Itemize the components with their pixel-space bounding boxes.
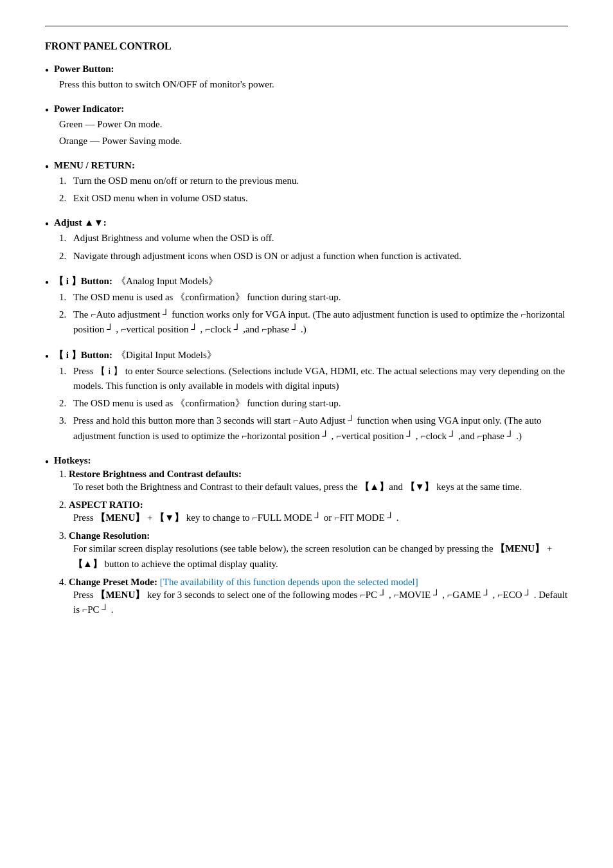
i-button-digital-text-1: Press 【 i 】 to enter Source selections. … [73, 364, 568, 394]
key-menu-bracket-3: 【MENU】 [96, 590, 145, 600]
power-button-text: Press this button to switch ON/OFF of mo… [59, 77, 568, 92]
i-button-digital-text-2: The OSD menu is used as 《confirmation》 f… [73, 396, 568, 411]
i-button-digital-list: 1. Press 【 i 】 to enter Source selection… [59, 364, 568, 444]
menu-return-item-2: 2. Exit OSD menu when in volume OSD stat… [59, 191, 568, 206]
menu-return-item-1: 1. Turn the OSD menu on/off or return to… [59, 174, 568, 188]
hotkeys-item-2-num: 2. [59, 500, 69, 510]
top-divider [45, 26, 568, 26]
section-adjust: ● Adjust ▲▼: 1. Adjust Brightness and vo… [45, 217, 568, 264]
bullet-dot: ● [45, 66, 49, 73]
power-button-content: Press this button to switch ON/OFF of mo… [59, 77, 568, 92]
hotkeys-item-3-title: 3. Change Resolution: [59, 530, 568, 541]
i-button-analog-list: 1. The OSD menu is used as 《confirmation… [59, 290, 568, 338]
hotkeys-resolution-title: Change Resolution: [69, 530, 150, 541]
i-button-digital-sublabel: 《Digital Input Models》 [116, 349, 217, 361]
menu-return-text-1: Turn the OSD menu on/off or return to th… [73, 174, 568, 188]
hotkeys-item-4-title: 4. Change Preset Mode: [The availability… [59, 577, 568, 588]
adjust-label: Adjust ▲▼: [54, 217, 107, 228]
adjust-item-2: 2. Navigate through adjustment icons whe… [59, 249, 568, 264]
hotkeys-aspect-title: ASPECT RATIO: [69, 500, 143, 510]
adjust-list: 1. Adjust Brightness and volume when the… [59, 231, 568, 264]
power-indicator-green: Green — Power On mode. [59, 117, 568, 132]
menu-return-text-2: Exit OSD menu when in volume OSD status. [73, 191, 568, 206]
power-indicator-content: Green — Power On mode. Orange — Power Sa… [59, 117, 568, 149]
hotkeys-item-1-title: 1. Restore Brightness and Contrast defau… [59, 469, 568, 480]
power-button-label: Power Button: [54, 64, 114, 75]
key-menu-bracket-1: 【MENU】 [96, 512, 145, 523]
hotkeys-preset-body: Press 【MENU】 key for 3 seconds to select… [73, 588, 568, 618]
hotkeys-item-3: 3. Change Resolution: For similar screen… [59, 530, 568, 572]
bullet-dot-4: ● [45, 220, 49, 227]
bullet-dot-6: ● [45, 352, 49, 359]
hotkeys-item-2-title: 2. ASPECT RATIO: [59, 500, 568, 511]
hotkeys-aspect-body: Press 【MENU】 + 【▼】 key to change to ⌐FUL… [73, 511, 568, 525]
i-button-digital-item-1: 1. Press 【 i 】 to enter Source selection… [59, 364, 568, 394]
key-menu-bracket-2: 【MENU】 [495, 543, 544, 554]
hotkeys-item-4: 4. Change Preset Mode: [The availability… [59, 577, 568, 618]
hotkeys-item-1-num: 1. [59, 469, 69, 479]
bullet-dot-7: ● [45, 458, 49, 465]
i-button-analog-label: 【 i 】Button: [54, 275, 112, 287]
i-button-digital-label: 【 i 】Button: [54, 349, 112, 361]
adjust-item-1: 1. Adjust Brightness and volume when the… [59, 231, 568, 246]
i-button-analog-text-1: The OSD menu is used as 《confirmation》 f… [73, 290, 568, 305]
section-power-button: ● Power Button: Press this button to swi… [45, 64, 568, 92]
key-up-bracket: 【▲】 [360, 482, 389, 492]
power-indicator-orange: Orange — Power Saving mode. [59, 134, 568, 149]
hotkeys-item-4-num: 4. [59, 577, 69, 587]
key-down-bracket: 【▼】 [405, 482, 434, 492]
adjust-text-2: Navigate through adjustment icons when O… [73, 249, 568, 264]
section-menu-return: ● MENU / RETURN: 1. Turn the OSD menu on… [45, 160, 568, 206]
hotkeys-item-3-num: 3. [59, 530, 69, 541]
hotkeys-item-1: 1. Restore Brightness and Contrast defau… [59, 469, 568, 494]
i-button-analog-sublabel: 《Analog Input Models》 [116, 275, 218, 287]
page-title: FRONT PANEL CONTROL [45, 41, 568, 52]
bullet-dot-2: ● [45, 106, 49, 113]
bullet-dot-5: ● [45, 278, 49, 285]
hotkeys-preset-title: Change Preset Mode: [69, 577, 157, 587]
power-indicator-label: Power Indicator: [54, 104, 124, 114]
i-button-digital-text-3: Press and hold this button more than 3 s… [73, 413, 568, 444]
hotkeys-restore-body: To reset both the Brightness and Contras… [73, 480, 568, 494]
menu-return-label: MENU / RETURN: [54, 160, 135, 171]
adjust-text-1: Adjust Brightness and volume when the OS… [73, 231, 568, 246]
key-down-bracket-2: 【▼】 [155, 512, 184, 523]
i-button-digital-item-2: 2. The OSD menu is used as 《confirmation… [59, 396, 568, 411]
section-i-button-digital: ● 【 i 】Button: 《Digital Input Models》 1.… [45, 349, 568, 444]
menu-return-list: 1. Turn the OSD menu on/off or return to… [59, 174, 568, 206]
i-button-analog-item-2: 2. The ⌐Auto adjustment ┘ function works… [59, 307, 568, 338]
hotkeys-resolution-body: For similar screen display resolutions (… [73, 541, 568, 572]
section-hotkeys: ● Hotkeys: 1. Restore Brightness and Con… [45, 455, 568, 618]
i-button-digital-item-3: 3. Press and hold this button more than … [59, 413, 568, 444]
bullet-dot-3: ● [45, 163, 49, 170]
hotkeys-restore-title: Restore Brightness and Contrast defaults… [69, 469, 242, 479]
key-up-bracket-2: 【▲】 [73, 559, 102, 569]
section-i-button-analog: ● 【 i 】Button: 《Analog Input Models》 1. … [45, 275, 568, 338]
i-button-analog-text-2: The ⌐Auto adjustment ┘ function works on… [73, 307, 568, 338]
i-button-analog-item-1: 1. The OSD menu is used as 《confirmation… [59, 290, 568, 305]
hotkeys-item-2: 2. ASPECT RATIO: Press 【MENU】 + 【▼】 key … [59, 500, 568, 525]
hotkeys-label: Hotkeys: [54, 455, 91, 466]
hotkeys-preset-availability: [The availability of this function depen… [160, 577, 418, 587]
hotkeys-content: 1. Restore Brightness and Contrast defau… [59, 469, 568, 618]
section-power-indicator: ● Power Indicator: Green — Power On mode… [45, 104, 568, 149]
